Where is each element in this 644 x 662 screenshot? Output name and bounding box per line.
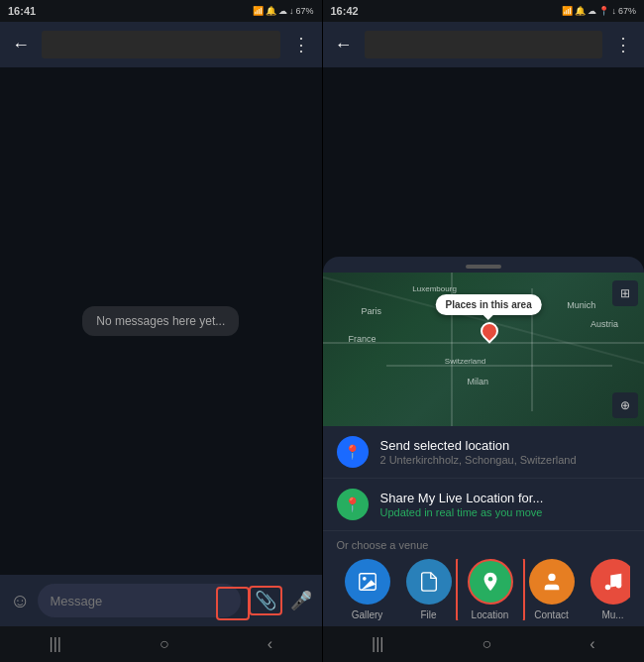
no-messages-label: No messages here yet... — [82, 306, 239, 336]
live-location-subtitle: Updated in real time as you move — [380, 506, 544, 518]
left-chat-title — [42, 31, 280, 58]
share-sheet: France Switzerland Austria Milan Paris M… — [323, 257, 645, 626]
mic-button[interactable]: 🎤 — [290, 590, 312, 611]
left-input-bar: ☺ 📎 🎤 — [0, 575, 322, 626]
right-phone-panel: 16:42 📶 🔔 ☁ 📍 ↓ 67% ← ⋮ France — [322, 0, 645, 662]
live-location-option[interactable]: 📍 Share My Live Location for... Updated … — [323, 479, 645, 531]
emoji-button[interactable]: ☺ — [10, 590, 30, 612]
svg-point-2 — [487, 577, 492, 582]
file-icon-circle — [406, 559, 452, 605]
map-label-austria: Austria — [590, 319, 618, 329]
svg-point-1 — [362, 577, 366, 581]
live-location-text: Share My Live Location for... Updated in… — [380, 491, 544, 518]
right-top-bar: ← ⋮ — [323, 22, 645, 67]
left-status-bar: 16:41 📶 🔔 ☁ ↓ 67% — [0, 0, 322, 22]
map-locate-button[interactable]: ⊕ — [612, 392, 638, 418]
left-time: 16:41 — [8, 5, 36, 17]
map-layers-button[interactable]: ⊞ — [612, 280, 638, 306]
message-input[interactable] — [38, 584, 240, 617]
right-time: 16:42 — [331, 5, 359, 17]
right-status-icons: 📶 🔔 ☁ 📍 ↓ 67% — [562, 6, 636, 16]
venue-file[interactable]: File — [398, 559, 460, 620]
map-background: France Switzerland Austria Milan Paris M… — [323, 273, 645, 426]
map-controls-top: ⊞ — [612, 280, 638, 306]
left-more-options[interactable]: ⋮ — [288, 30, 314, 59]
music-icon-circle — [590, 559, 631, 605]
map-label-switzerland: Switzerland — [445, 357, 485, 366]
location-label: Location — [472, 609, 509, 620]
file-label: File — [420, 609, 436, 620]
map-label-paris: Paris — [361, 306, 381, 316]
gallery-label: Gallery — [352, 609, 383, 620]
svg-point-4 — [604, 585, 610, 591]
right-more-options[interactable]: ⋮ — [610, 30, 636, 59]
nav-recent-apps[interactable]: ||| — [50, 635, 61, 653]
send-location-option[interactable]: 📍 Send selected location 2 Unterkirchhol… — [323, 426, 645, 479]
left-status-icons: 📶 🔔 ☁ ↓ 67% — [253, 6, 314, 16]
right-chat-title — [365, 31, 603, 58]
nav-home[interactable]: ○ — [160, 635, 169, 653]
map-pin — [481, 322, 498, 341]
svg-point-3 — [548, 574, 555, 581]
nav-back[interactable]: ‹ — [268, 635, 272, 653]
live-location-icon: 📍 — [337, 489, 369, 520]
map-label-france: France — [348, 334, 376, 344]
gallery-icon-circle — [345, 559, 390, 605]
venue-section: Or choose a venue Gallery File — [323, 531, 645, 626]
send-location-text: Send selected location 2 Unterkirchholz,… — [380, 438, 577, 466]
venue-contact[interactable]: Contact — [521, 559, 583, 620]
left-phone-panel: 16:41 📶 🔔 ☁ ↓ 67% ← ⋮ No messages here y… — [0, 0, 322, 662]
map-label-munich: Munich — [567, 300, 595, 310]
right-nav-back[interactable]: ‹ — [590, 635, 594, 653]
right-nav-recent[interactable]: ||| — [372, 635, 383, 653]
right-status-bar: 16:42 📶 🔔 ☁ 📍 ↓ 67% — [323, 0, 645, 22]
left-back-button[interactable]: ← — [8, 31, 34, 59]
venue-location[interactable]: Location — [460, 559, 521, 620]
send-location-subtitle: 2 Unterkirchholz, Schongau, Switzerland — [380, 454, 577, 466]
venue-gallery[interactable]: Gallery — [337, 559, 398, 620]
map-tooltip: Places in this area — [435, 294, 541, 315]
pin-head — [478, 318, 502, 343]
svg-point-5 — [615, 583, 621, 589]
venue-music[interactable]: Mu... — [583, 559, 631, 620]
map-label-luxembourg: Luxembourg — [412, 284, 456, 293]
send-location-icon: 📍 — [337, 436, 369, 468]
left-top-bar: ← ⋮ — [0, 22, 322, 67]
sheet-handle — [466, 265, 501, 269]
music-label: Mu... — [601, 609, 623, 620]
live-location-title: Share My Live Location for... — [380, 491, 544, 505]
map-area[interactable]: France Switzerland Austria Milan Paris M… — [323, 273, 645, 426]
contact-label: Contact — [534, 609, 568, 620]
venue-section-title: Or choose a venue — [337, 539, 631, 551]
location-icon-circle — [468, 559, 513, 605]
right-nav-home[interactable]: ○ — [482, 635, 491, 653]
venue-icons-row: Gallery File Location — [337, 559, 631, 620]
send-location-title: Send selected location — [380, 438, 577, 453]
contact-icon-circle — [529, 559, 575, 605]
attachment-button[interactable]: 📎 — [249, 586, 282, 615]
map-label-milan: Milan — [468, 377, 489, 386]
left-chat-area: No messages here yet... — [0, 67, 322, 575]
map-controls-bottom: ⊕ — [612, 392, 638, 418]
map-road-h2 — [386, 365, 611, 367]
right-back-button[interactable]: ← — [331, 31, 357, 59]
right-nav-bar: ||| ○ ‹ — [323, 626, 645, 662]
left-nav-bar: ||| ○ ‹ — [0, 626, 322, 662]
